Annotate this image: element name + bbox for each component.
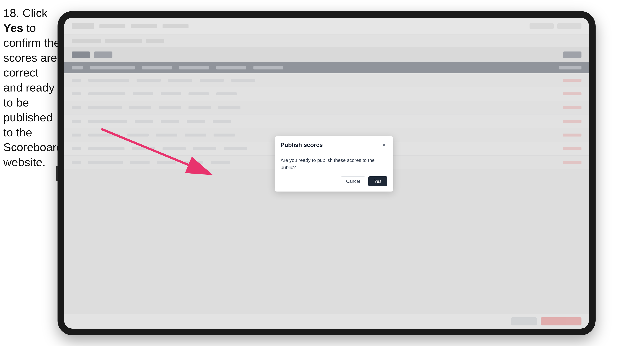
modal-footer: Cancel Yes: [274, 176, 393, 191]
tablet-outer: Publish scores × Are you ready to publis…: [58, 11, 596, 335]
instruction-text: 18. Click Yes to confirm the scores are …: [3, 5, 61, 170]
tablet-side-button: [56, 166, 58, 180]
tablet-screen: Publish scores × Are you ready to publis…: [64, 18, 589, 329]
step-number: 18.: [3, 6, 19, 19]
modal-message: Are you ready to publish these scores to…: [280, 157, 388, 171]
modal-header: Publish scores ×: [274, 136, 393, 152]
modal-title: Publish scores: [280, 142, 323, 148]
cancel-button[interactable]: Cancel: [341, 176, 365, 186]
tablet-device: Publish scores × Are you ready to publis…: [58, 11, 596, 335]
modal-close-button[interactable]: ×: [381, 142, 388, 148]
yes-keyword: Yes: [3, 21, 23, 34]
modal-overlay: Publish scores × Are you ready to publis…: [64, 18, 589, 329]
publish-scores-modal: Publish scores × Are you ready to publis…: [274, 136, 393, 191]
yes-button[interactable]: Yes: [368, 176, 388, 186]
modal-body: Are you ready to publish these scores to…: [274, 152, 393, 176]
